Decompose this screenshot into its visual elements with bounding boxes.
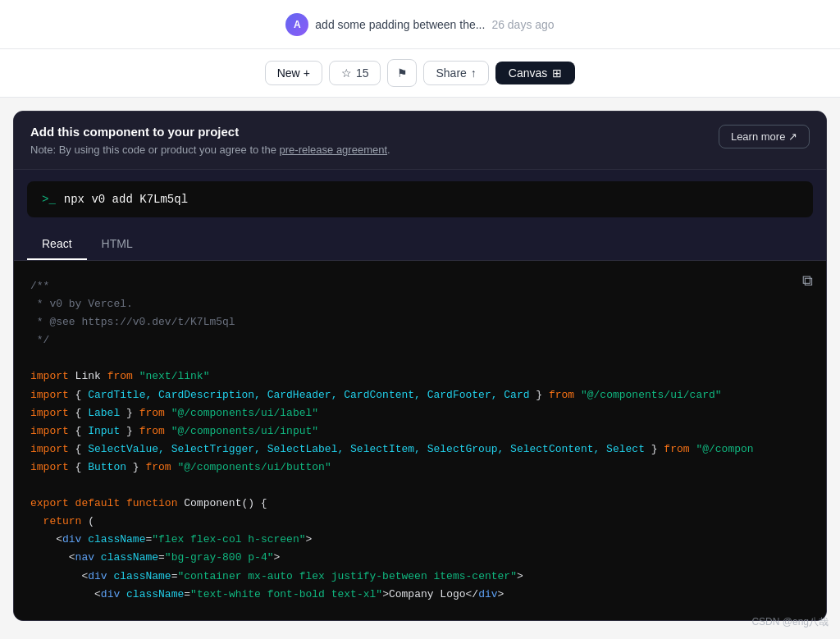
component-panel: Add this component to your project Note:… (13, 111, 827, 621)
watermark: CSDN @eng八哉 (751, 615, 829, 629)
npx-prompt: >_ (42, 193, 56, 206)
toolbar: New + ☆ 15 ⚑ Share ↑ Canvas ⊞ (0, 49, 840, 98)
star-count: 15 (356, 66, 369, 80)
code-line: import Link from "next/link" (30, 367, 810, 386)
commit-message: add some padding between the... (315, 18, 485, 31)
code-line: <div className="container mx-auto flex j… (30, 568, 810, 586)
code-line: import { CardTitle, CardDescription, Car… (30, 386, 810, 404)
code-line: import { Input } from "@/components/ui/i… (30, 422, 810, 440)
code-line: /** (30, 277, 810, 295)
copy-icon: ⧉ (802, 272, 813, 289)
share-button[interactable]: Share ↑ (423, 61, 488, 85)
top-bar: A add some padding between the... 26 day… (0, 0, 840, 49)
canvas-icon: ⊞ (552, 66, 562, 80)
code-line: import { Button } from "@/components/ui/… (30, 459, 810, 477)
code-line: return ( (30, 513, 810, 531)
star-icon: ☆ (341, 66, 352, 80)
code-line: <nav className="bg-gray-800 p-4"> (30, 549, 810, 567)
code-line (30, 477, 810, 495)
canvas-button[interactable]: Canvas ⊞ (495, 62, 575, 84)
panel-header-text: Add this component to your project Note:… (30, 125, 390, 156)
code-line: export default function Component() { (30, 495, 810, 513)
code-line: */ (30, 331, 810, 349)
tab-html[interactable]: HTML (87, 229, 148, 260)
star-button[interactable]: ☆ 15 (329, 61, 381, 85)
tabs-row: React HTML (14, 229, 826, 261)
code-line (30, 349, 810, 367)
panel-title: Add this component to your project (30, 125, 390, 139)
code-line: <div className="flex flex-col h-screen"> (30, 531, 810, 549)
copy-button[interactable]: ⧉ (802, 272, 813, 290)
npx-command: >_ npx v0 add K7Lm5ql (27, 181, 813, 217)
share-icon: ↑ (471, 66, 477, 80)
commit-info: A add some padding between the... 26 day… (285, 13, 554, 36)
code-line: import { Label } from "@/components/ui/l… (30, 404, 810, 422)
code-line: <div className="text-white font-bold tex… (30, 586, 810, 604)
code-line: import { SelectValue, SelectTrigger, Sel… (30, 440, 810, 459)
pre-release-link[interactable]: pre-release agreement (280, 144, 388, 156)
flag-button[interactable]: ⚑ (387, 59, 417, 87)
code-area: ⧉ /** * v0 by Vercel. * @see https://v0.… (14, 261, 826, 620)
commit-time: 26 days ago (491, 18, 554, 31)
panel-header: Add this component to your project Note:… (14, 112, 826, 170)
code-line: * v0 by Vercel. (30, 295, 810, 313)
panel-note: Note: By using this code or product you … (30, 144, 390, 156)
tab-react[interactable]: React (27, 229, 87, 260)
avatar: A (285, 13, 308, 36)
flag-icon: ⚑ (397, 66, 408, 80)
code-line: * @see https://v0.dev/t/K7Lm5ql (30, 313, 810, 331)
main-content: Add this component to your project Note:… (0, 98, 840, 639)
learn-more-button[interactable]: Learn more ↗ (719, 125, 810, 148)
npx-cmd-text: npx v0 add K7Lm5ql (64, 193, 188, 206)
new-button[interactable]: New + (265, 61, 322, 85)
